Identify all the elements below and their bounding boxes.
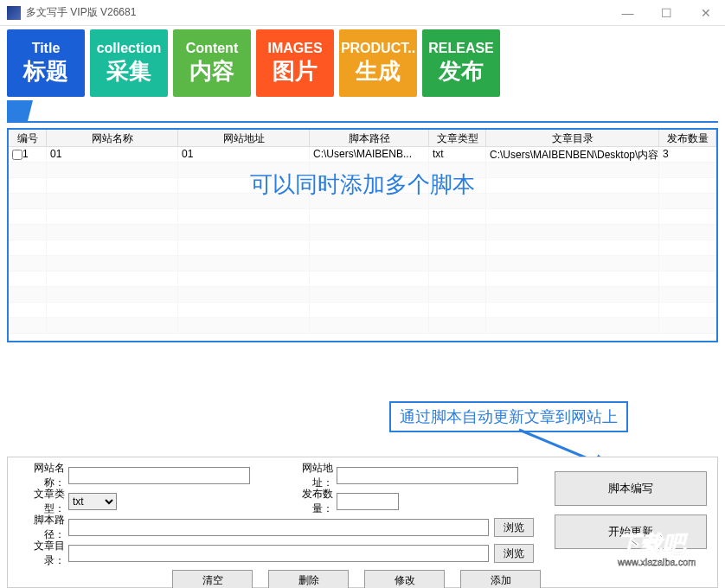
header-count[interactable]: 发布数量 xyxy=(659,130,716,146)
row-checkbox[interactable] xyxy=(12,150,22,160)
header-addr[interactable]: 网站地址 xyxy=(178,130,310,146)
article-type-select[interactable]: txt xyxy=(68,493,117,510)
minimize-button[interactable]: — xyxy=(608,0,647,26)
article-dir-input[interactable] xyxy=(68,545,489,562)
table-row[interactable] xyxy=(9,303,716,318)
publish-count-input[interactable] xyxy=(337,493,399,510)
header-id[interactable]: 编号 xyxy=(9,130,47,146)
close-button[interactable]: ✕ xyxy=(686,0,725,26)
table-row[interactable] xyxy=(9,318,716,334)
table-row[interactable] xyxy=(9,225,716,240)
table-row[interactable] xyxy=(9,240,716,256)
header-script[interactable]: 脚本路径 xyxy=(310,130,429,146)
content-button[interactable]: Content内容 xyxy=(173,29,251,97)
title-button[interactable]: Title标题 xyxy=(7,29,85,97)
table-row[interactable] xyxy=(9,163,716,178)
release-button[interactable]: RELEASE发布 xyxy=(422,29,500,97)
table-row[interactable] xyxy=(9,194,716,209)
script-table: 编号 网站名称 网站地址 脚本路径 文章类型 文章目录 发布数量 1 01 01… xyxy=(7,128,718,342)
site-name-input[interactable] xyxy=(68,467,250,484)
table-row[interactable] xyxy=(9,209,716,225)
site-addr-input[interactable] xyxy=(337,467,518,484)
label-article-dir: 文章目录： xyxy=(16,539,68,568)
label-site-name: 网站名称： xyxy=(16,461,68,490)
header-dir[interactable]: 文章目录 xyxy=(486,130,659,146)
main-toolbar: Title标题 collection采集 Content内容 IMAGES图片 … xyxy=(0,26,725,100)
table-row[interactable] xyxy=(9,272,716,287)
annotation-note: 通过脚本自动更新文章到网站上 xyxy=(389,401,628,432)
delete-button[interactable]: 删除 xyxy=(268,570,349,588)
active-tab-indicator[interactable] xyxy=(7,100,33,121)
browse-dir-button[interactable]: 浏览 xyxy=(494,544,534,563)
tab-bar xyxy=(7,100,718,123)
label-site-addr: 网站地址： xyxy=(285,461,337,490)
script-path-input[interactable] xyxy=(68,519,489,536)
table-row[interactable] xyxy=(9,178,716,194)
label-publish-count: 发布数量： xyxy=(285,487,337,516)
window-controls: — ☐ ✕ xyxy=(608,0,725,26)
label-script-path: 脚本路径： xyxy=(16,513,68,542)
header-type[interactable]: 文章类型 xyxy=(429,130,486,146)
product-button[interactable]: PRODUCT..生成 xyxy=(339,29,417,97)
label-article-type: 文章类型： xyxy=(16,487,68,516)
clear-button[interactable]: 清空 xyxy=(172,570,253,588)
window-title: 多文写手 VIP版 V26681 xyxy=(26,5,608,20)
header-name[interactable]: 网站名称 xyxy=(47,130,178,146)
form-panel: 网站名称： 网站地址： 文章类型： txt 发布数量： 脚本路径： 浏览 文章目… xyxy=(7,457,718,588)
titlebar: 多文写手 VIP版 V26681 — ☐ ✕ xyxy=(0,0,725,26)
collection-button[interactable]: collection采集 xyxy=(90,29,168,97)
app-icon xyxy=(7,6,21,20)
script-edit-button[interactable]: 脚本编写 xyxy=(555,471,707,506)
add-button[interactable]: 添加 xyxy=(460,570,541,588)
table-row[interactable] xyxy=(9,256,716,272)
modify-button[interactable]: 修改 xyxy=(364,570,445,588)
table-row[interactable]: 1 01 01 C:\Users\MAIBENB... txt C:\Users… xyxy=(9,147,716,163)
images-button[interactable]: IMAGES图片 xyxy=(256,29,334,97)
table-row[interactable] xyxy=(9,287,716,303)
start-update-button[interactable]: 开始更新 xyxy=(555,514,707,549)
table-header: 编号 网站名称 网站地址 脚本路径 文章类型 文章目录 发布数量 xyxy=(9,130,716,147)
maximize-button[interactable]: ☐ xyxy=(647,0,686,26)
browse-script-button[interactable]: 浏览 xyxy=(494,518,534,537)
